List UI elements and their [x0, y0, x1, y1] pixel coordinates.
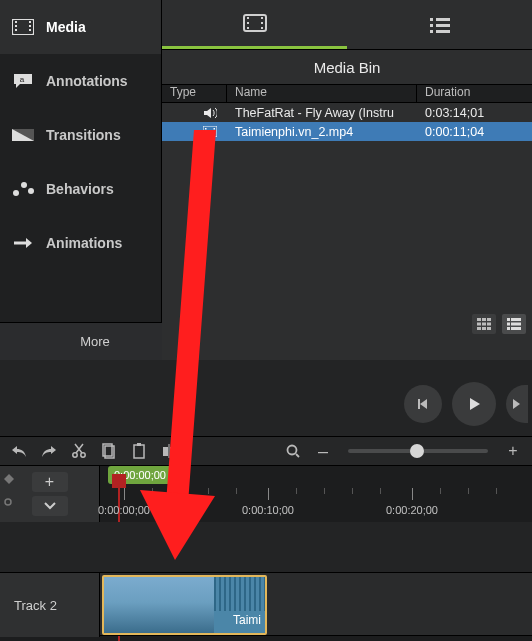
- grid-view-button[interactable]: [472, 314, 496, 334]
- svg-rect-24: [436, 30, 450, 33]
- clip-thumbnail: [104, 577, 214, 633]
- transitions-icon: [12, 124, 34, 146]
- svg-rect-44: [511, 323, 521, 326]
- media-bin-header: Type Name Duration: [162, 84, 532, 103]
- svg-point-58: [5, 499, 11, 505]
- copy-button[interactable]: [96, 440, 122, 462]
- svg-rect-39: [482, 327, 486, 330]
- track-gap: [0, 522, 532, 572]
- media-row[interactable]: TheFatRat - Fly Away (Instru 0:03:14;01: [162, 103, 532, 122]
- svg-rect-16: [261, 17, 263, 19]
- clip-waveform: [214, 577, 265, 611]
- add-track-button[interactable]: +: [32, 472, 68, 492]
- svg-rect-1: [15, 21, 17, 23]
- tick-marks: [100, 488, 532, 502]
- tick-label: 0:00:00;00: [98, 504, 150, 516]
- sidebar-item-animations[interactable]: Animations: [0, 216, 161, 270]
- svg-rect-53: [137, 443, 141, 446]
- tick-label: 0:00:10;00: [242, 504, 294, 516]
- redo-button[interactable]: [36, 440, 62, 462]
- svg-rect-43: [507, 323, 510, 326]
- marker-controls: [4, 474, 14, 506]
- tab-media-bin[interactable]: [162, 0, 347, 49]
- cut-button[interactable]: [66, 440, 92, 462]
- zoom-search-icon: [280, 440, 306, 462]
- svg-rect-19: [430, 18, 433, 21]
- sidebar-item-label: Animations: [46, 235, 122, 251]
- tab-library[interactable]: [347, 0, 532, 49]
- svg-rect-21: [430, 24, 433, 27]
- timeline-ruler[interactable]: 0:00:00;00 0:00:00;00 0:00:10;00 0:00:20…: [100, 466, 532, 522]
- media-row[interactable]: Taimienphi.vn_2.mp4 0:00:11;04: [162, 122, 532, 141]
- svg-rect-20: [436, 18, 450, 21]
- svg-rect-31: [214, 134, 216, 136]
- video-icon: [162, 126, 227, 137]
- svg-rect-27: [205, 131, 207, 133]
- media-row-name: Taimienphi.vn_2.mp4: [227, 125, 417, 139]
- track-expand-button[interactable]: [32, 496, 68, 516]
- zoom-out-button[interactable]: –: [310, 440, 336, 462]
- svg-rect-56: [169, 444, 170, 458]
- svg-point-49: [81, 453, 85, 457]
- svg-rect-29: [214, 128, 216, 130]
- svg-rect-3: [15, 29, 17, 31]
- next-frame-button[interactable]: [506, 385, 528, 423]
- media-icon: [12, 16, 34, 38]
- svg-point-11: [28, 188, 34, 194]
- svg-rect-4: [29, 21, 31, 23]
- timeline: + 0:00:00;00 0:00:00;00 0:00:10;00 0:00:…: [0, 466, 532, 641]
- svg-rect-41: [507, 318, 510, 321]
- animations-icon: [12, 232, 34, 254]
- sidebar-item-label: Annotations: [46, 73, 128, 89]
- sidebar-item-media[interactable]: Media: [0, 0, 161, 54]
- playback-controls: [404, 382, 528, 426]
- sidebar-item-label: Media: [46, 19, 86, 35]
- clip-taimienphi[interactable]: Taimi: [102, 575, 267, 635]
- media-bin-title: Media Bin: [162, 50, 532, 84]
- timeline-toolbar: – +: [0, 436, 532, 466]
- svg-point-48: [73, 453, 77, 457]
- split-button[interactable]: [156, 440, 182, 462]
- svg-point-10: [21, 182, 27, 188]
- track-2-label: Track 2: [14, 598, 57, 613]
- svg-text:a: a: [20, 75, 25, 84]
- media-panel: Media Bin Type Name Duration TheFatRat -…: [162, 0, 532, 360]
- svg-rect-52: [134, 445, 144, 458]
- svg-rect-32: [477, 318, 481, 321]
- col-header-duration[interactable]: Duration: [417, 85, 532, 102]
- svg-rect-17: [261, 22, 263, 24]
- media-row-duration: 0:03:14;01: [417, 106, 532, 120]
- zoom-slider-thumb[interactable]: [410, 444, 424, 458]
- svg-rect-45: [507, 327, 510, 330]
- svg-rect-22: [436, 24, 450, 27]
- col-header-name[interactable]: Name: [227, 85, 417, 102]
- timeline-track-controls: +: [0, 466, 100, 522]
- zoom-in-button[interactable]: +: [500, 440, 526, 462]
- sidebar: Media a Annotations Transitions Behavior…: [0, 0, 162, 322]
- paste-button[interactable]: [126, 440, 152, 462]
- svg-rect-46: [511, 327, 521, 330]
- sidebar-item-annotations[interactable]: a Annotations: [0, 54, 161, 108]
- sidebar-item-transitions[interactable]: Transitions: [0, 108, 161, 162]
- list-view-button[interactable]: [502, 314, 526, 334]
- tick-label: 0:00:20;00: [386, 504, 438, 516]
- sidebar-item-label: Behaviors: [46, 181, 114, 197]
- audio-icon: [162, 107, 227, 119]
- col-header-type[interactable]: Type: [162, 85, 227, 102]
- track-2[interactable]: Track 2 Taimi: [0, 572, 532, 636]
- sidebar-item-behaviors[interactable]: Behaviors: [0, 162, 161, 216]
- svg-point-57: [288, 446, 297, 455]
- zoom-slider[interactable]: [348, 449, 488, 453]
- track-2-header[interactable]: Track 2: [0, 573, 100, 637]
- prev-frame-button[interactable]: [404, 385, 442, 423]
- svg-rect-13: [247, 17, 249, 19]
- svg-rect-36: [482, 323, 486, 326]
- svg-rect-5: [29, 25, 31, 27]
- svg-rect-23: [430, 30, 433, 33]
- more-label: More: [80, 334, 110, 349]
- svg-rect-35: [477, 323, 481, 326]
- media-panel-tabs: [162, 0, 532, 50]
- svg-rect-34: [487, 318, 491, 321]
- play-button[interactable]: [452, 382, 496, 426]
- undo-button[interactable]: [6, 440, 32, 462]
